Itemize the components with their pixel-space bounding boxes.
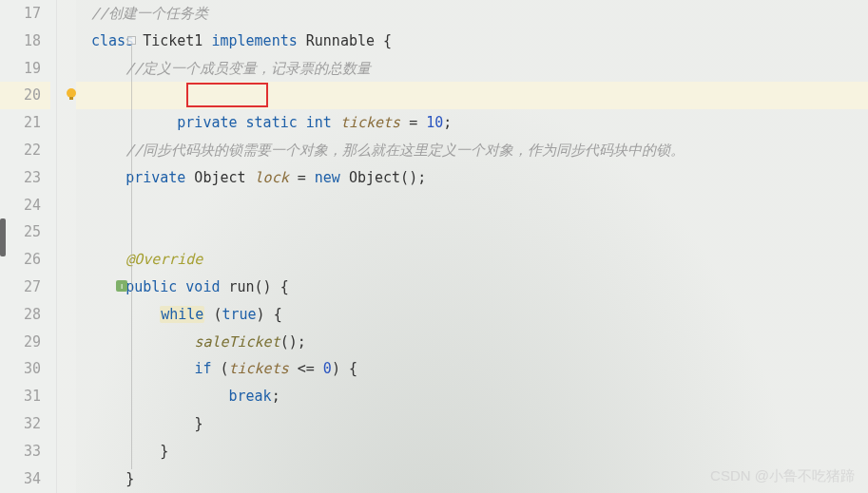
code-line[interactable]: if (tickets <= 0) {	[82, 355, 868, 383]
keyword: break	[229, 388, 272, 405]
line-number: 26	[0, 246, 50, 274]
override-marker-icon[interactable]: I	[116, 280, 127, 292]
keyword: true	[222, 306, 256, 323]
brace: }	[160, 443, 168, 460]
code-line[interactable]: break;	[82, 383, 868, 410]
gutter-icons: I	[57, 0, 76, 493]
comment-text: //创建一个任务类	[91, 5, 208, 22]
number: 0	[323, 360, 332, 377]
lightbulb-icon[interactable]	[65, 87, 78, 101]
keyword: private	[177, 114, 237, 131]
code-line[interactable]: class Ticket1 implements Runnable {	[82, 28, 868, 55]
code-line[interactable]: private Object lock = new Object();	[82, 164, 868, 192]
code-line[interactable]	[82, 192, 868, 219]
variable: tickets	[229, 360, 289, 377]
comment-text: //同步代码块的锁需要一个对象，那么就在这里定义一个对象，作为同步代码块中的锁。	[125, 142, 685, 159]
text: ;	[443, 114, 452, 131]
code-line[interactable]: while (true) {	[82, 301, 868, 329]
line-number: 28	[0, 301, 50, 329]
line-number: 33	[0, 438, 50, 465]
comment-text: //定义一个成员变量，记录票的总数量	[125, 60, 371, 77]
text: (	[211, 360, 228, 377]
method-name: run() {	[220, 278, 288, 295]
scrollbar-thumb[interactable]	[0, 218, 6, 256]
code-line[interactable]: }	[82, 438, 868, 465]
text: =	[289, 169, 315, 186]
keyword: int	[306, 114, 332, 131]
annotation: @Override	[125, 251, 203, 268]
text: =	[400, 114, 426, 131]
variable: lock	[255, 169, 289, 186]
class-name: Ticket1	[134, 32, 211, 49]
keyword: private	[125, 169, 185, 186]
line-number: 20	[0, 82, 50, 109]
code-editor[interactable]: 17 18 19 20 21 22 23 24 25 26 27 28 29 3…	[0, 0, 868, 493]
code-line[interactable]: }	[82, 465, 868, 493]
keyword: if	[194, 360, 211, 377]
code-line[interactable]: //创建一个任务类	[82, 0, 868, 28]
number: 10	[426, 114, 443, 131]
code-line[interactable]: private static int tickets = 10;	[82, 82, 868, 109]
code-line[interactable]	[82, 218, 868, 246]
svg-text:I: I	[121, 282, 123, 291]
line-number: 32	[0, 410, 50, 438]
brace: }	[194, 415, 203, 432]
brace: }	[125, 470, 134, 487]
line-number: 21	[0, 109, 50, 137]
line-number: 17	[0, 0, 50, 28]
line-number: 18	[0, 28, 50, 55]
code-line[interactable]: public void run() {	[82, 274, 868, 301]
text: Object	[185, 169, 254, 186]
text: ;	[272, 388, 280, 405]
operator: <=	[289, 360, 323, 377]
line-number: 30	[0, 355, 50, 383]
highlight-box	[186, 83, 268, 107]
code-line[interactable]: //同步代码块的锁需要一个对象，那么就在这里定义一个对象，作为同步代码块中的锁。	[82, 137, 868, 164]
text: Runnable {	[298, 32, 392, 49]
line-number: 23	[0, 164, 50, 192]
variable: tickets	[340, 114, 400, 131]
method-call: saleTicket	[194, 333, 280, 351]
keyword: static	[246, 114, 298, 131]
text: ();	[280, 333, 306, 351]
keyword: public	[125, 278, 177, 295]
keyword: new	[315, 169, 340, 186]
line-number: 34	[0, 465, 50, 493]
code-line[interactable]: //定义一个成员变量，记录票的总数量	[82, 55, 868, 83]
line-number-gutter: 17 18 19 20 21 22 23 24 25 26 27 28 29 3…	[0, 0, 57, 493]
keyword: while	[160, 306, 204, 323]
line-number: 31	[0, 383, 50, 410]
line-number: 24	[0, 192, 50, 219]
code-line[interactable]: }	[82, 410, 868, 438]
line-number: 22	[0, 137, 50, 164]
code-line[interactable]: saleTicket();	[82, 329, 868, 356]
line-number: 25	[0, 218, 50, 246]
text: ) {	[257, 306, 282, 323]
line-number: 27	[0, 274, 50, 301]
svg-rect-3	[69, 97, 73, 100]
fold-toggle-icon[interactable]	[127, 36, 136, 45]
code-content[interactable]: //创建一个任务类 class Ticket1 implements Runna…	[76, 0, 868, 493]
line-number: 19	[0, 55, 50, 83]
text: Object();	[340, 169, 426, 186]
code-line[interactable]: @Override	[82, 246, 868, 274]
text: (	[204, 306, 222, 323]
line-number: 29	[0, 329, 50, 356]
keyword: void	[185, 278, 220, 295]
svg-point-2	[67, 88, 76, 98]
text: ) {	[332, 360, 357, 377]
keyword: implements	[211, 32, 297, 49]
